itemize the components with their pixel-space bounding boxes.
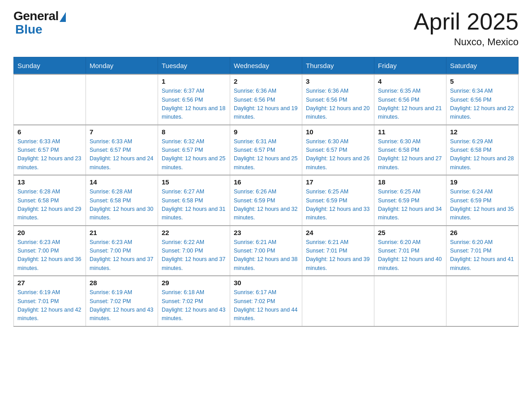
day-info: Sunrise: 6:30 AMSunset: 6:58 PMDaylight:… bbox=[378, 137, 442, 172]
calendar-cell: 7Sunrise: 6:33 AMSunset: 6:57 PMDaylight… bbox=[86, 125, 158, 176]
day-number: 7 bbox=[90, 128, 154, 136]
day-number: 5 bbox=[450, 77, 515, 85]
calendar-cell bbox=[374, 276, 446, 326]
calendar-cell: 17Sunrise: 6:25 AMSunset: 6:59 PMDayligh… bbox=[302, 175, 374, 226]
calendar-cell: 19Sunrise: 6:24 AMSunset: 6:59 PMDayligh… bbox=[446, 175, 519, 226]
day-info: Sunrise: 6:23 AMSunset: 7:00 PMDaylight:… bbox=[17, 238, 82, 273]
calendar-cell bbox=[86, 74, 158, 125]
calendar-cell: 11Sunrise: 6:30 AMSunset: 6:58 PMDayligh… bbox=[374, 125, 446, 176]
weekday-header-sunday: Sunday bbox=[14, 57, 86, 75]
day-info: Sunrise: 6:21 AMSunset: 7:01 PMDaylight:… bbox=[306, 238, 370, 273]
calendar-cell: 20Sunrise: 6:23 AMSunset: 7:00 PMDayligh… bbox=[14, 226, 86, 276]
day-info: Sunrise: 6:35 AMSunset: 6:56 PMDaylight:… bbox=[378, 87, 442, 122]
calendar-cell: 30Sunrise: 6:17 AMSunset: 7:02 PMDayligh… bbox=[230, 276, 302, 326]
day-info: Sunrise: 6:33 AMSunset: 6:57 PMDaylight:… bbox=[17, 137, 82, 172]
day-number: 1 bbox=[162, 77, 226, 85]
day-info: Sunrise: 6:29 AMSunset: 6:58 PMDaylight:… bbox=[450, 137, 515, 172]
title-area: April 2025 Nuxco, Mexico bbox=[414, 9, 519, 48]
day-info: Sunrise: 6:21 AMSunset: 7:00 PMDaylight:… bbox=[234, 238, 298, 273]
day-number: 17 bbox=[306, 178, 370, 186]
calendar-cell: 23Sunrise: 6:21 AMSunset: 7:00 PMDayligh… bbox=[230, 226, 302, 276]
day-number: 14 bbox=[90, 178, 154, 186]
day-number: 28 bbox=[90, 279, 154, 287]
page-header: General Blue April 2025 Nuxco, Mexico bbox=[13, 9, 519, 48]
weekday-header-saturday: Saturday bbox=[446, 57, 519, 75]
day-info: Sunrise: 6:37 AMSunset: 6:56 PMDaylight:… bbox=[162, 87, 226, 122]
day-number: 11 bbox=[378, 128, 442, 136]
day-number: 25 bbox=[378, 229, 442, 236]
day-info: Sunrise: 6:33 AMSunset: 6:57 PMDaylight:… bbox=[90, 137, 154, 172]
day-number: 23 bbox=[234, 229, 298, 236]
day-info: Sunrise: 6:28 AMSunset: 6:58 PMDaylight:… bbox=[17, 188, 82, 223]
calendar-cell: 22Sunrise: 6:22 AMSunset: 7:00 PMDayligh… bbox=[158, 226, 230, 276]
calendar-cell: 15Sunrise: 6:27 AMSunset: 6:58 PMDayligh… bbox=[158, 175, 230, 226]
calendar-cell: 6Sunrise: 6:33 AMSunset: 6:57 PMDaylight… bbox=[14, 125, 86, 176]
calendar-cell: 3Sunrise: 6:36 AMSunset: 6:56 PMDaylight… bbox=[302, 74, 374, 125]
month-year-title: April 2025 bbox=[414, 9, 519, 34]
day-info: Sunrise: 6:19 AMSunset: 7:02 PMDaylight:… bbox=[90, 288, 154, 323]
day-number: 13 bbox=[17, 178, 82, 186]
calendar-cell: 5Sunrise: 6:34 AMSunset: 6:56 PMDaylight… bbox=[446, 74, 519, 125]
day-number: 2 bbox=[234, 77, 298, 85]
day-info: Sunrise: 6:23 AMSunset: 7:00 PMDaylight:… bbox=[90, 238, 154, 273]
day-number: 22 bbox=[162, 229, 226, 236]
day-info: Sunrise: 6:28 AMSunset: 6:58 PMDaylight:… bbox=[90, 188, 154, 223]
day-number: 4 bbox=[378, 77, 442, 85]
calendar-cell: 18Sunrise: 6:25 AMSunset: 6:59 PMDayligh… bbox=[374, 175, 446, 226]
day-info: Sunrise: 6:30 AMSunset: 6:57 PMDaylight:… bbox=[306, 137, 370, 172]
weekday-header-thursday: Thursday bbox=[302, 57, 374, 75]
day-number: 20 bbox=[17, 229, 82, 236]
day-number: 16 bbox=[234, 178, 298, 186]
day-number: 8 bbox=[162, 128, 226, 136]
logo-triangle-icon bbox=[60, 12, 66, 22]
calendar-cell bbox=[446, 276, 519, 326]
day-info: Sunrise: 6:26 AMSunset: 6:59 PMDaylight:… bbox=[234, 188, 298, 223]
day-info: Sunrise: 6:36 AMSunset: 6:56 PMDaylight:… bbox=[234, 87, 298, 122]
calendar-cell: 14Sunrise: 6:28 AMSunset: 6:58 PMDayligh… bbox=[86, 175, 158, 226]
day-info: Sunrise: 6:34 AMSunset: 6:56 PMDaylight:… bbox=[450, 87, 515, 122]
calendar-cell: 1Sunrise: 6:37 AMSunset: 6:56 PMDaylight… bbox=[158, 74, 230, 125]
day-info: Sunrise: 6:36 AMSunset: 6:56 PMDaylight:… bbox=[306, 87, 370, 122]
day-number: 9 bbox=[234, 128, 298, 136]
calendar-week-row: 1Sunrise: 6:37 AMSunset: 6:56 PMDaylight… bbox=[14, 74, 519, 125]
day-number: 24 bbox=[306, 229, 370, 236]
day-info: Sunrise: 6:19 AMSunset: 7:01 PMDaylight:… bbox=[17, 288, 82, 323]
calendar-week-row: 6Sunrise: 6:33 AMSunset: 6:57 PMDaylight… bbox=[14, 125, 519, 176]
calendar-cell: 21Sunrise: 6:23 AMSunset: 7:00 PMDayligh… bbox=[86, 226, 158, 276]
day-number: 3 bbox=[306, 77, 370, 85]
weekday-header-row: SundayMondayTuesdayWednesdayThursdayFrid… bbox=[14, 57, 519, 75]
calendar-table: SundayMondayTuesdayWednesdayThursdayFrid… bbox=[13, 57, 519, 327]
day-info: Sunrise: 6:25 AMSunset: 6:59 PMDaylight:… bbox=[378, 188, 442, 223]
day-info: Sunrise: 6:32 AMSunset: 6:57 PMDaylight:… bbox=[162, 137, 226, 172]
logo: General Blue bbox=[13, 9, 66, 37]
calendar-cell: 27Sunrise: 6:19 AMSunset: 7:01 PMDayligh… bbox=[14, 276, 86, 326]
day-number: 15 bbox=[162, 178, 226, 186]
calendar-cell bbox=[302, 276, 374, 326]
day-number: 18 bbox=[378, 178, 442, 186]
day-number: 19 bbox=[450, 178, 515, 186]
weekday-header-monday: Monday bbox=[86, 57, 158, 75]
calendar-cell: 12Sunrise: 6:29 AMSunset: 6:58 PMDayligh… bbox=[446, 125, 519, 176]
calendar-cell: 25Sunrise: 6:20 AMSunset: 7:01 PMDayligh… bbox=[374, 226, 446, 276]
calendar-week-row: 27Sunrise: 6:19 AMSunset: 7:01 PMDayligh… bbox=[14, 276, 519, 326]
day-number: 27 bbox=[17, 279, 82, 287]
weekday-header-wednesday: Wednesday bbox=[230, 57, 302, 75]
logo-blue-text: Blue bbox=[13, 22, 43, 37]
weekday-header-friday: Friday bbox=[374, 57, 446, 75]
calendar-week-row: 13Sunrise: 6:28 AMSunset: 6:58 PMDayligh… bbox=[14, 175, 519, 226]
calendar-cell: 9Sunrise: 6:31 AMSunset: 6:57 PMDaylight… bbox=[230, 125, 302, 176]
location-subtitle: Nuxco, Mexico bbox=[414, 36, 519, 48]
day-info: Sunrise: 6:31 AMSunset: 6:57 PMDaylight:… bbox=[234, 137, 298, 172]
day-info: Sunrise: 6:20 AMSunset: 7:01 PMDaylight:… bbox=[450, 238, 515, 273]
calendar-cell: 13Sunrise: 6:28 AMSunset: 6:58 PMDayligh… bbox=[14, 175, 86, 226]
day-info: Sunrise: 6:18 AMSunset: 7:02 PMDaylight:… bbox=[162, 288, 226, 323]
calendar-cell: 2Sunrise: 6:36 AMSunset: 6:56 PMDaylight… bbox=[230, 74, 302, 125]
calendar-cell: 8Sunrise: 6:32 AMSunset: 6:57 PMDaylight… bbox=[158, 125, 230, 176]
calendar-cell: 26Sunrise: 6:20 AMSunset: 7:01 PMDayligh… bbox=[446, 226, 519, 276]
calendar-cell: 24Sunrise: 6:21 AMSunset: 7:01 PMDayligh… bbox=[302, 226, 374, 276]
calendar-cell: 4Sunrise: 6:35 AMSunset: 6:56 PMDaylight… bbox=[374, 74, 446, 125]
day-number: 6 bbox=[17, 128, 82, 136]
calendar-week-row: 20Sunrise: 6:23 AMSunset: 7:00 PMDayligh… bbox=[14, 226, 519, 276]
day-info: Sunrise: 6:24 AMSunset: 6:59 PMDaylight:… bbox=[450, 188, 515, 223]
day-number: 21 bbox=[90, 229, 154, 236]
